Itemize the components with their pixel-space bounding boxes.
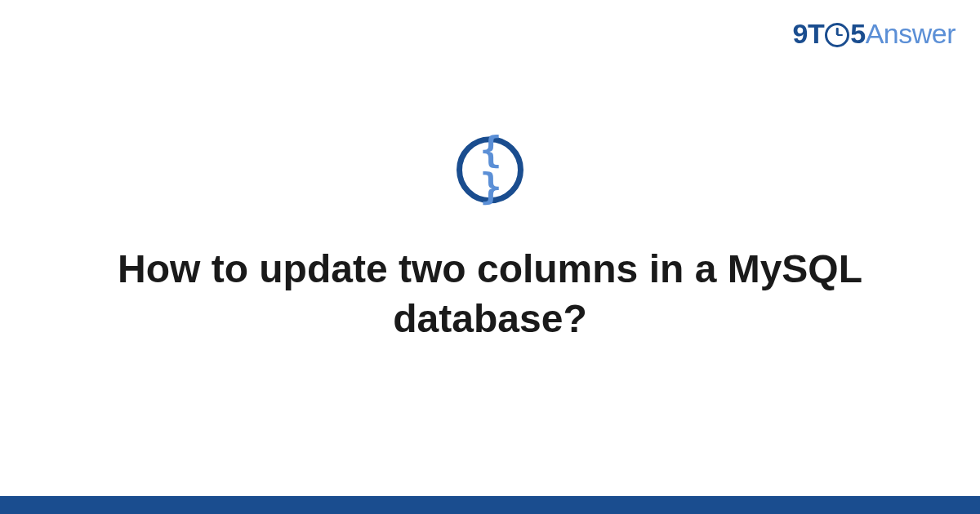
logo-text-9t: 9T [793, 18, 825, 50]
footer-bar [0, 496, 980, 514]
site-logo: 9T 5 Answer [793, 18, 956, 50]
code-braces-icon: { } [457, 136, 523, 203]
logo-text-5: 5 [850, 18, 865, 50]
main-content: { } How to update two columns in a MySQL… [0, 136, 980, 344]
braces-glyph: { } [462, 131, 518, 205]
clock-icon [825, 23, 849, 47]
logo-text-answer: Answer [866, 18, 956, 50]
question-title: How to update two columns in a MySQL dat… [82, 244, 898, 344]
